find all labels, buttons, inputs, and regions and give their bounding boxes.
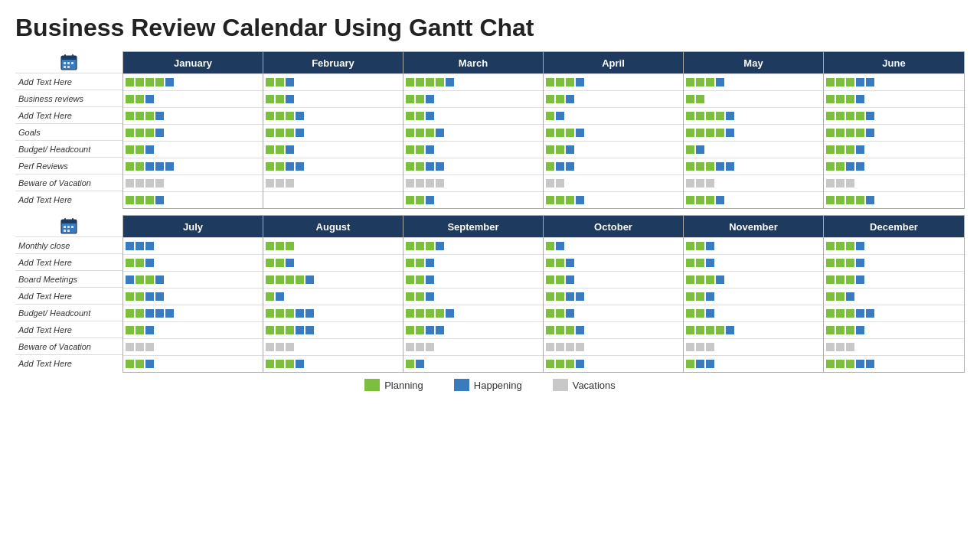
gantt-cell <box>856 129 864 137</box>
row-label: Add Text Here <box>15 287 122 304</box>
gantt-cell <box>826 196 835 204</box>
gantt-cell <box>426 179 434 187</box>
row-label: Add Text Here <box>15 106 122 123</box>
gantt-cell <box>826 309 835 318</box>
gantt-cell <box>566 309 574 318</box>
gantt-row <box>403 271 543 288</box>
gantt-cell <box>576 129 584 137</box>
gantt-row <box>544 321 683 338</box>
gantt-cell <box>836 112 844 120</box>
gantt-cell <box>696 309 704 318</box>
month-header: March <box>403 52 543 73</box>
gantt-cell <box>556 162 564 171</box>
gantt-cell <box>836 326 844 334</box>
gantt-row <box>544 338 683 355</box>
calendar-icon <box>15 215 122 236</box>
gantt-row <box>824 305 964 321</box>
gantt-cell <box>276 343 284 351</box>
svg-rect-15 <box>71 226 74 228</box>
gantt-row <box>263 191 403 208</box>
gantt-cell <box>556 196 564 204</box>
gantt-cell <box>426 112 434 120</box>
gantt-cell <box>856 95 864 103</box>
gantt-row <box>684 124 823 141</box>
row-label: Perf Reviews <box>15 157 122 174</box>
gantt-cell <box>716 196 724 204</box>
gantt-cell <box>406 78 414 86</box>
gantt-cell <box>406 276 414 284</box>
gantt-cell <box>305 309 314 318</box>
gantt-cell <box>566 78 574 86</box>
gantt-row <box>824 271 964 288</box>
gantt-cell <box>826 292 835 301</box>
gantt-cell <box>686 95 694 103</box>
gantt-cell <box>136 309 144 318</box>
gantt-cell <box>136 179 144 187</box>
gantt-cell <box>856 276 864 284</box>
gantt-cell <box>836 162 844 171</box>
gantt-cell <box>136 343 144 351</box>
gantt-cell <box>546 360 554 368</box>
gantt-row <box>824 237 964 254</box>
gantt-cell <box>155 292 164 301</box>
gantt-row <box>263 321 403 338</box>
gantt-row <box>263 271 403 288</box>
gantt-row <box>684 141 823 158</box>
gantt-cell <box>836 360 844 368</box>
gantt-cell <box>266 242 274 250</box>
gantt-cell <box>126 242 134 250</box>
gantt-cell <box>566 343 574 351</box>
gantt-cell <box>406 129 414 137</box>
gantt-cell <box>416 129 424 137</box>
gantt-cell <box>276 78 284 86</box>
row-label: Budget/ Headcount <box>15 140 122 157</box>
gantt-cell <box>145 360 154 368</box>
gantt-row <box>263 355 403 372</box>
gantt-row <box>824 107 964 124</box>
gantt-cell <box>286 309 294 318</box>
row-label: Add Text Here <box>15 321 122 337</box>
row-label: Add Text Here <box>15 253 122 270</box>
calendar-section: Add Text HereBusiness reviewsAdd Text He… <box>15 51 965 209</box>
gantt-cell <box>716 78 724 86</box>
gantt-cell <box>686 179 694 187</box>
gantt-cell <box>856 259 864 267</box>
gantt-row <box>263 107 403 124</box>
gantt-cell <box>696 360 704 368</box>
gantt-cell <box>266 78 274 86</box>
gantt-cell <box>546 78 554 86</box>
month-header: October <box>544 216 683 237</box>
gantt-cell <box>686 196 694 204</box>
gantt-cell <box>856 326 864 334</box>
gantt-row <box>824 174 964 191</box>
gantt-cell <box>155 162 164 171</box>
gantt-cell <box>266 360 274 368</box>
gantt-cell <box>136 242 144 250</box>
row-label: Budget/ Headcount <box>15 304 122 321</box>
gantt-cell <box>856 196 864 204</box>
gantt-row <box>403 174 543 191</box>
gantt-cell <box>836 196 844 204</box>
gantt-cell <box>436 242 444 250</box>
gantt-cell <box>145 179 154 187</box>
row-label: Add Text Here <box>15 73 122 90</box>
gantt-cell <box>566 292 574 301</box>
gantt-row <box>263 254 403 271</box>
svg-rect-3 <box>72 54 74 57</box>
gantt-cell <box>406 292 414 301</box>
gantt-cell <box>416 259 424 267</box>
gantt-cell <box>576 292 584 301</box>
gantt-row <box>403 355 543 372</box>
svg-rect-14 <box>67 226 70 228</box>
gantt-cell <box>846 326 854 334</box>
gantt-row <box>544 271 683 288</box>
gantt-cell <box>286 145 294 154</box>
gantt-cell <box>826 78 835 86</box>
month-column: December <box>824 216 964 372</box>
gantt-cell <box>426 78 434 86</box>
gantt-row <box>684 271 823 288</box>
svg-rect-17 <box>67 230 70 232</box>
gantt-cell <box>566 129 574 137</box>
gantt-cell <box>296 129 304 137</box>
gantt-cell <box>836 259 844 267</box>
